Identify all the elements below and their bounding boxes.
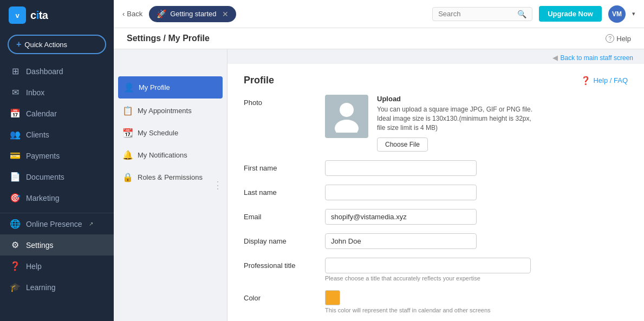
profile-header: Profile ❓ Help / FAQ xyxy=(244,75,628,86)
first-name-field xyxy=(325,160,628,176)
first-name-input[interactable] xyxy=(325,160,477,176)
clients-icon: 👥 xyxy=(10,129,21,140)
avatar-silhouette-icon xyxy=(333,100,360,133)
avatar-placeholder xyxy=(325,95,368,138)
profile-area: ◀ Back to main staff screen Profile ❓ He… xyxy=(227,49,644,321)
sub-nav-roles-permissions[interactable]: 🔒 Roles & Permissions xyxy=(114,166,227,188)
sidebar-item-label: Documents xyxy=(26,173,64,181)
learning-icon: 🎓 xyxy=(10,282,21,292)
back-staff-row: ◀ Back to main staff screen xyxy=(227,49,644,64)
dashboard-icon: ⊞ xyxy=(10,66,21,76)
avatar[interactable]: VM xyxy=(608,5,626,23)
sidebar-item-settings[interactable]: ⚙ Settings xyxy=(0,234,114,256)
sub-nav-my-notifications[interactable]: 🔔 My Notifications xyxy=(114,144,227,166)
color-row: Color This color will represent the staf… xyxy=(244,290,628,313)
back-staff-link[interactable]: ◀ Back to main staff screen xyxy=(552,54,633,62)
display-name-field xyxy=(325,233,628,249)
sidebar-item-clients[interactable]: 👥 Clients xyxy=(0,124,114,145)
sidebar-item-dashboard[interactable]: ⊞ Dashboard xyxy=(0,61,114,82)
sub-nav-my-appointments[interactable]: 📋 My Appointments xyxy=(114,100,227,122)
sidebar-item-label: Settings xyxy=(26,241,54,250)
back-label: Back xyxy=(127,10,142,18)
logo-text: cita xyxy=(30,9,48,22)
getting-started-close-icon[interactable]: ✕ xyxy=(222,10,229,18)
last-name-field xyxy=(325,185,628,200)
sub-nav-label: My Profile xyxy=(139,83,170,91)
sub-nav-label: My Appointments xyxy=(138,107,192,115)
upgrade-label: Upgrade Now xyxy=(548,10,593,18)
help-label: Help xyxy=(616,35,631,43)
svg-point-1 xyxy=(335,120,359,133)
breadcrumb-bar: Settings / My Profile ? Help xyxy=(114,28,644,49)
getting-started-pill[interactable]: 🚀 Getting started ✕ xyxy=(149,6,236,22)
photo-content: Upload You can upload a square image JPG… xyxy=(325,95,539,152)
profile-title: Profile xyxy=(244,75,274,86)
sidebar-item-label: Calendar xyxy=(26,109,57,118)
sidebar-item-help[interactable]: ❓ Help xyxy=(0,256,114,277)
choose-file-label: Choose File xyxy=(385,141,420,148)
email-input[interactable] xyxy=(325,209,477,225)
search-input[interactable] xyxy=(438,10,514,18)
nav-items: ⊞ Dashboard ✉ Inbox 📅 Calendar 👥 Clients… xyxy=(0,61,114,321)
sidebar-logo: v cita xyxy=(0,0,114,30)
help-link[interactable]: ? Help xyxy=(606,34,631,43)
email-label: Email xyxy=(244,209,314,221)
avatar-initials: VM xyxy=(612,10,622,18)
appointments-icon: 📋 xyxy=(122,106,133,116)
color-label: Color xyxy=(244,290,314,302)
documents-icon: 📄 xyxy=(10,172,21,182)
choose-file-button[interactable]: Choose File xyxy=(377,137,428,152)
calendar-icon: 📅 xyxy=(10,108,21,119)
color-field: This color will represent the staff in c… xyxy=(325,290,628,313)
sub-nav-my-schedule[interactable]: 📆 My Schedule xyxy=(114,122,227,144)
sidebar-item-label: Help xyxy=(26,262,42,271)
getting-started-label: Getting started xyxy=(170,10,216,18)
settings-icon: ⚙ xyxy=(10,240,21,250)
upgrade-button[interactable]: Upgrade Now xyxy=(539,6,602,22)
back-triangle-icon: ◀ xyxy=(552,54,558,62)
sidebar-item-inbox[interactable]: ✉ Inbox xyxy=(0,82,114,103)
professional-title-input[interactable] xyxy=(325,258,531,273)
email-field xyxy=(325,209,628,225)
sidebar-item-label: Marketing xyxy=(26,194,59,202)
first-name-row: First name xyxy=(244,160,628,176)
display-name-row: Display name xyxy=(244,233,628,249)
profile-icon: 👤 xyxy=(123,82,134,93)
professional-title-label: Professional title xyxy=(244,258,314,270)
last-name-row: Last name xyxy=(244,185,628,200)
help-circle-icon: ? xyxy=(606,34,614,43)
rocket-icon: 🚀 xyxy=(157,9,167,19)
back-button[interactable]: ‹ Back xyxy=(122,10,142,18)
photo-row: Photo Upload You can upload a square ima… xyxy=(244,95,628,152)
sidebar-item-documents[interactable]: 📄 Documents xyxy=(0,166,114,187)
sidebar-item-online-presence[interactable]: 🌐 Online Presence ↗ xyxy=(0,213,114,234)
professional-title-row: Professional title Please choose a title… xyxy=(244,258,628,281)
professional-title-hint: Please choose a title that accurately re… xyxy=(325,275,628,281)
help-faq-link[interactable]: ❓ Help / FAQ xyxy=(581,76,628,86)
sub-nav-my-profile[interactable]: 👤 My Profile xyxy=(118,76,223,99)
sidebar-item-label: Dashboard xyxy=(26,67,63,76)
sidebar-item-calendar[interactable]: 📅 Calendar xyxy=(0,103,114,124)
back-chevron-icon: ‹ xyxy=(122,10,125,18)
sidebar-item-payments[interactable]: 💳 Payments xyxy=(0,145,114,166)
quick-actions-button[interactable]: + Quick Actions xyxy=(8,35,106,54)
lock-icon: 🔒 xyxy=(122,172,133,182)
help-faq-icon: ❓ xyxy=(581,76,591,86)
settings-content: 👤 My Profile 📋 My Appointments 📆 My Sche… xyxy=(114,49,644,321)
sidebar-item-learning[interactable]: 🎓 Learning xyxy=(0,277,114,298)
notifications-icon: 🔔 xyxy=(122,150,133,160)
marketing-icon: 🎯 xyxy=(10,193,21,203)
sub-nav-label: Roles & Permissions xyxy=(138,173,203,181)
sidebar-item-label: Online Presence xyxy=(26,220,82,228)
last-name-label: Last name xyxy=(244,185,314,196)
sidebar-item-marketing[interactable]: 🎯 Marketing xyxy=(0,187,114,208)
sidebar-item-label: Clients xyxy=(26,130,49,139)
upload-info: Upload You can upload a square image JPG… xyxy=(377,95,539,152)
last-name-input[interactable] xyxy=(325,185,477,200)
avatar-chevron-icon[interactable]: ▾ xyxy=(632,10,635,17)
upload-desc: You can upload a square image JPG, GIF o… xyxy=(377,105,539,132)
logo-mark: v xyxy=(9,6,26,24)
display-name-input[interactable] xyxy=(325,233,477,249)
color-swatch[interactable] xyxy=(325,290,340,305)
sidebar-item-label: Payments xyxy=(26,152,60,160)
